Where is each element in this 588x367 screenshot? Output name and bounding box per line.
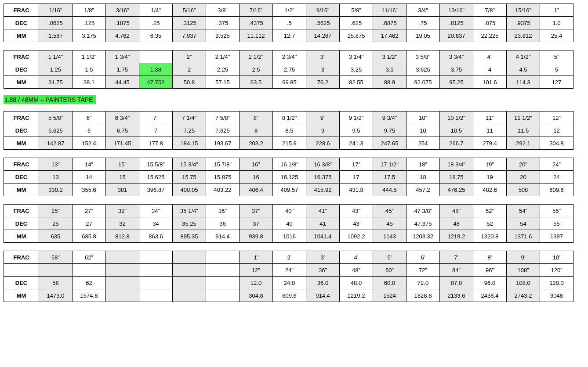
cell: 52 xyxy=(473,217,507,230)
cell: .4375 xyxy=(240,17,273,29)
cell: 635 xyxy=(39,230,73,243)
cell: .8125 xyxy=(440,17,473,29)
cell: 58 xyxy=(39,277,73,289)
cell: 11.112 xyxy=(240,29,273,42)
cell: 5” xyxy=(540,50,573,63)
cell: 5/16” xyxy=(173,4,206,17)
cell: 16.125 xyxy=(273,171,306,184)
cell xyxy=(173,264,206,277)
cell: 43 xyxy=(340,217,373,230)
cell: 1524 xyxy=(373,289,407,302)
cell: .5 xyxy=(273,17,306,29)
cell: 7.625 xyxy=(206,124,240,137)
cell: 16 1/8” xyxy=(273,158,306,171)
cell: 1/8” xyxy=(73,4,106,17)
cell: 2.5 xyxy=(240,63,273,76)
cell xyxy=(139,289,173,302)
cell: 2 1/2" xyxy=(240,50,273,63)
cell: 444.5 xyxy=(373,184,407,196)
cell: 12” xyxy=(240,264,273,277)
cell: 15 7/8” xyxy=(206,158,240,171)
cell: 52” xyxy=(473,205,507,217)
cell: 17.5 xyxy=(373,171,407,184)
cell: 1.587 xyxy=(39,29,73,42)
cell: 415.92 xyxy=(306,184,340,196)
table-row: MM1473.01574.8304.8609.6914.41219.215241… xyxy=(4,289,573,302)
cell: 41” xyxy=(306,205,340,217)
cell: 10.5 xyxy=(440,124,473,137)
cell: 25” xyxy=(39,205,73,217)
cell: 1219.2 xyxy=(340,289,373,302)
cell xyxy=(173,289,206,302)
table-row: MM1.5873.1754.7626.357.9379.52511.11212.… xyxy=(4,29,573,42)
cell: 1.0 xyxy=(540,17,573,29)
cell xyxy=(106,264,139,277)
cell: 4.762 xyxy=(106,29,139,42)
cell: 114.3 xyxy=(507,76,540,89)
cell: .5625 xyxy=(306,17,340,29)
cell xyxy=(39,264,73,277)
table-row: DEC586212.024.036.048.060.072.087.096.01… xyxy=(4,277,573,289)
table-row: DEC13141515.62515.7515.8751616.12516.375… xyxy=(4,171,573,184)
cell: 3/16” xyxy=(106,4,139,17)
cell: 2743.2 xyxy=(507,289,540,302)
cell: 62 xyxy=(73,277,106,289)
cell xyxy=(206,251,240,264)
cell: 95.25 xyxy=(440,76,473,89)
cell: 14.287 xyxy=(306,29,340,42)
row-label: MM xyxy=(4,184,39,196)
cell xyxy=(206,277,240,289)
cell: 44.45 xyxy=(106,76,139,89)
cell: 3 xyxy=(306,63,340,76)
table-row: FRAC5 5/8”6”6 3/4"7”7 1/4"7 5/8”8”8 1/2"… xyxy=(4,112,573,124)
cell: 31.75 xyxy=(39,76,73,89)
cell: 54 xyxy=(507,217,540,230)
cell: 7.25 xyxy=(173,124,206,137)
cell: 5 xyxy=(540,63,573,76)
cell: 15.875 xyxy=(206,171,240,184)
cell: 6” xyxy=(73,112,106,124)
cell: 241.3 xyxy=(340,137,373,150)
cell: 15/16” xyxy=(507,4,540,17)
table-row: FRAC1 1/4"1 1/2"1 3/4"2”2 1/4"2 1/2"2 3/… xyxy=(4,50,573,63)
cell: 2438.4 xyxy=(473,289,507,302)
cell: 1.5 xyxy=(73,63,106,76)
cell xyxy=(206,264,240,277)
cell: 27 xyxy=(73,217,106,230)
cell: 812.8 xyxy=(106,230,139,243)
cell: 19.05 xyxy=(407,29,440,42)
cell: 35 1/4" xyxy=(173,205,206,217)
cell: 4 xyxy=(473,63,507,76)
cell: 17.462 xyxy=(373,29,407,42)
cell: 32” xyxy=(106,205,139,217)
cell: 409.57 xyxy=(273,184,306,196)
cell: 457.2 xyxy=(407,184,440,196)
cell: 47 3/8” xyxy=(407,205,440,217)
cell: 476.25 xyxy=(440,184,473,196)
cell: 9.525 xyxy=(206,29,240,42)
cell: 292.1 xyxy=(507,137,540,150)
table-row: MM330.2355.6381396.87400.05403.22406.440… xyxy=(4,184,573,196)
table-row: FRAC25”27”32”34”35 1/4"36”37”40”41”43”45… xyxy=(4,205,573,217)
cell: 2 3/4" xyxy=(273,50,306,63)
cell: 1574.8 xyxy=(73,289,106,302)
cell: 47.375 xyxy=(407,217,440,230)
cell: 177.8 xyxy=(139,137,173,150)
cell: 142.87 xyxy=(39,137,73,150)
cell: 2 1/4" xyxy=(206,50,240,63)
cell: 127 xyxy=(540,76,573,89)
cell: 1 1/2" xyxy=(73,50,106,63)
cell: 7/8” xyxy=(473,4,507,17)
cell: 16.375 xyxy=(306,171,340,184)
cell: 13/16” xyxy=(440,4,473,17)
cell: 9 3/4" xyxy=(373,112,407,124)
cell: 508 xyxy=(507,184,540,196)
table-row: MM142.87152.4171.45177.8184.15193.67203.… xyxy=(4,137,573,150)
cell: 1/2” xyxy=(273,4,306,17)
table-row: MM635685.8812.8863.6895.35914.4939.81016… xyxy=(4,230,573,243)
row-label: DEC xyxy=(4,217,39,230)
cell: 5 5/8” xyxy=(39,112,73,124)
cell: 60” xyxy=(373,264,407,277)
cell: 25 xyxy=(39,217,73,230)
cell: .125 xyxy=(73,17,106,29)
